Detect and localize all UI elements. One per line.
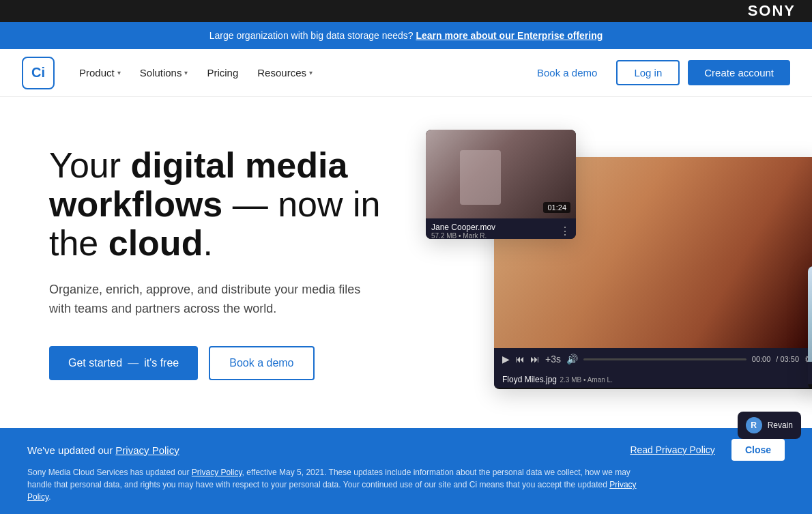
- card1-options-icon[interactable]: ⋮: [560, 225, 570, 238]
- privacy-body: Sony Media Cloud Services has updated ou…: [27, 466, 641, 503]
- card2-info: Floyd Miles.jpg 2.3 MB • Aman L.: [494, 370, 812, 388]
- card3-thumbnail: [808, 266, 812, 362]
- privacy-title-text: We've updated our: [27, 444, 115, 456]
- privacy-banner: We've updated our Privacy Policy Read Pr…: [0, 428, 812, 514]
- privacy-top: We've updated our Privacy Policy Read Pr…: [27, 439, 785, 461]
- nav-links: Product ▾ Solutions ▾ Pricing Resources …: [79, 67, 526, 78]
- privacy-title: We've updated our Privacy Policy: [27, 444, 179, 456]
- main-nav: Ci Product ▾ Solutions ▾ Pricing Resourc…: [0, 49, 812, 97]
- card2-controls: ▶ ⏮ ⏭ +3s 🔊 00:00 / 03:50 ⚙: [494, 348, 812, 370]
- card3-info: Leslie Alexan... 112.4 MB: [808, 362, 812, 384]
- create-account-button[interactable]: Create account: [688, 60, 790, 85]
- get-started-label: Get started: [68, 357, 122, 369]
- card1-timer: 01:24: [543, 202, 570, 213]
- separator: —: [128, 357, 139, 369]
- progress-bar: [583, 358, 746, 360]
- banner-text: Large organization with big data storage…: [209, 30, 414, 41]
- media-card-1: 01:24 Jane Cooper.mov 57.2 MB • Mark R. …: [426, 130, 576, 239]
- hero-text: Your digital media workflows — now in th…: [49, 130, 404, 380]
- card1-filename: Jane Cooper.mov: [431, 223, 495, 232]
- privacy-body-text: Sony Media Cloud Services has updated ou…: [27, 468, 192, 477]
- privacy-actions: Read Privacy Policy Close: [630, 439, 785, 461]
- nav-book-demo-button[interactable]: Book a demo: [526, 61, 608, 84]
- nav-pricing[interactable]: Pricing: [207, 67, 238, 78]
- top-bar: SONY: [0, 0, 812, 22]
- resources-label: Resources: [257, 67, 306, 78]
- card2-time-total: / 03:50: [776, 355, 799, 363]
- read-privacy-policy-link[interactable]: Read Privacy Policy: [630, 444, 715, 455]
- solutions-chevron-icon: ▾: [184, 69, 188, 76]
- hero-buttons: Get started — it's free Book a demo: [49, 346, 404, 380]
- hero-heading: Your digital media workflows — now in th…: [49, 146, 404, 263]
- card1-size: 57.2 MB • Mark R.: [431, 232, 495, 239]
- enterprise-banner: Large organization with big data storage…: [0, 22, 812, 49]
- hero-media: 01:24 Jane Cooper.mov 57.2 MB • Mark R. …: [426, 130, 779, 403]
- revain-badge[interactable]: R Revain: [738, 412, 801, 439]
- hero-book-demo-button[interactable]: Book a demo: [209, 346, 314, 380]
- heading-end: .: [203, 223, 212, 263]
- product-chevron-icon: ▾: [117, 69, 121, 76]
- heading-part1: Your: [49, 145, 131, 185]
- resources-chevron-icon: ▾: [309, 69, 313, 76]
- nav-actions: Book a demo Log in Create account: [526, 60, 790, 85]
- card2-time-current: 00:00: [752, 355, 771, 363]
- play-icon[interactable]: ▶: [502, 354, 510, 365]
- get-started-button[interactable]: Get started — it's free: [49, 346, 198, 380]
- enterprise-link[interactable]: Learn more about our Enterprise offering: [416, 30, 603, 41]
- nav-solutions[interactable]: Solutions ▾: [140, 67, 188, 78]
- sony-logo: SONY: [748, 2, 796, 20]
- nav-resources[interactable]: Resources ▾: [257, 67, 313, 78]
- revain-label: Revain: [768, 420, 793, 430]
- login-button[interactable]: Log in: [616, 60, 680, 85]
- revain-icon: R: [746, 417, 762, 433]
- heading-bold2: cloud: [108, 223, 203, 263]
- hero-section: Your digital media workflows — now in th…: [0, 97, 812, 438]
- card2-size: 2.3 MB • Aman L.: [560, 376, 612, 384]
- next-icon[interactable]: ⏭: [530, 354, 540, 365]
- close-privacy-button[interactable]: Close: [731, 439, 785, 461]
- privacy-policy-link[interactable]: Privacy Policy: [115, 444, 179, 456]
- prev-icon[interactable]: ⏮: [515, 354, 525, 365]
- hero-subtext: Organize, enrich, approve, and distribut…: [49, 280, 377, 319]
- product-label: Product: [79, 67, 115, 78]
- logo-wrap[interactable]: Ci: [22, 57, 55, 89]
- ci-logo[interactable]: Ci: [22, 57, 55, 89]
- card2-filename: Floyd Miles.jpg: [502, 375, 557, 384]
- plus-icon[interactable]: +3s: [545, 354, 561, 365]
- free-label: it's free: [144, 357, 179, 369]
- privacy-policy-body-link1[interactable]: Privacy Policy: [192, 468, 242, 477]
- media-card-3: Leslie Alexan... 112.4 MB: [808, 266, 812, 389]
- card1-thumbnail: 01:24: [426, 130, 576, 218]
- privacy-body-end: .: [48, 492, 50, 502]
- volume-icon[interactable]: 🔊: [566, 354, 578, 365]
- pricing-label: Pricing: [207, 67, 238, 78]
- card1-info: Jane Cooper.mov 57.2 MB • Mark R. ⋮: [426, 218, 576, 239]
- solutions-label: Solutions: [140, 67, 182, 78]
- nav-product[interactable]: Product ▾: [79, 67, 121, 78]
